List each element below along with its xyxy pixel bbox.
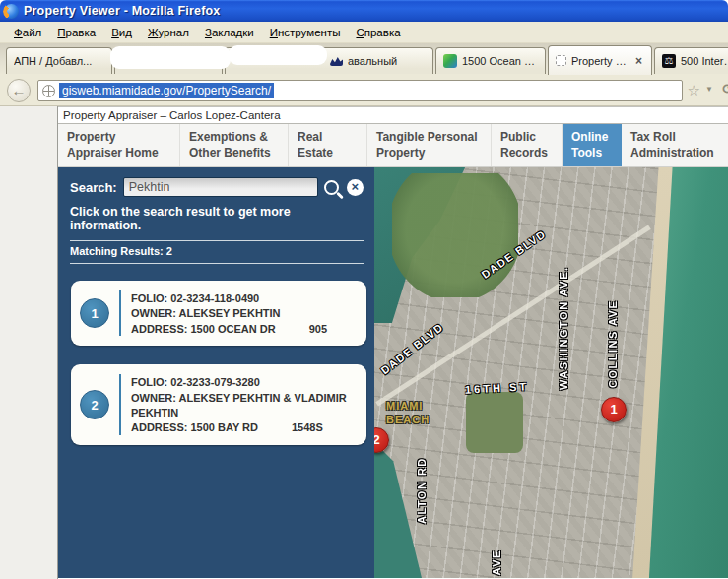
result-folio: FOLIO: 02-3234-118-0490 xyxy=(131,291,327,306)
search-label: Search: xyxy=(70,180,117,195)
url-dropdown-icon[interactable]: ▼ xyxy=(705,85,713,94)
tab-close-icon[interactable]: × xyxy=(633,54,644,68)
result-address: ADDRESS: 1500 BAY RD xyxy=(131,420,258,435)
search-icon[interactable] xyxy=(324,180,339,195)
tab-500-internal[interactable]: ⚖ 500 Interna... xyxy=(654,47,728,74)
firefox-icon xyxy=(4,4,19,19)
redaction-blob xyxy=(229,45,327,65)
window-titlebar: Property Viewer - Mozilla Firefox xyxy=(0,0,728,22)
result-folio: FOLIO: 02-3233-079-3280 xyxy=(131,375,359,390)
street-label-collins-ave: COLLINS AVE xyxy=(607,238,619,388)
street-label-alton-rd: ALTON RD xyxy=(416,425,428,524)
search-results-panel: Search: × Click on the search result to … xyxy=(58,167,374,578)
nav-online-tools[interactable]: Online Tools xyxy=(563,124,622,166)
card-divider xyxy=(119,290,121,336)
golf-course-green xyxy=(392,173,518,297)
result-owner: OWNER: ALEKSEY PEKHTIN xyxy=(131,306,327,321)
page-left-gutter xyxy=(0,106,57,579)
menu-bookmarks[interactable]: Закладки xyxy=(197,24,262,41)
tab-property-viewer[interactable]: Property Vi... × xyxy=(548,45,652,75)
nav-real-estate[interactable]: Real Estate xyxy=(289,124,367,166)
menu-view[interactable]: Вид xyxy=(103,24,140,41)
map-marker-1[interactable]: 1 xyxy=(601,397,627,422)
nav-exemptions[interactable]: Exemptions & Other Benefits xyxy=(180,124,289,166)
street-label-washington-ave: WASHINGTON AVE. xyxy=(558,225,569,390)
blank-page-icon xyxy=(556,55,566,66)
result-owner: OWNER: ALEKSEY PEKHTIN & VLADIMIR PEKHTI… xyxy=(131,391,359,421)
tab-strip: АПН / Добавл... авальный 1500 Ocean Dr..… xyxy=(0,43,728,75)
result-unit: 905 xyxy=(309,322,327,337)
tab-1500-ocean[interactable]: 1500 Ocean Dr... xyxy=(435,47,546,74)
scales-favicon: ⚖ xyxy=(662,54,676,68)
result-unit: 1548S xyxy=(292,420,323,435)
menu-history[interactable]: Журнал xyxy=(140,24,197,41)
site-favicon xyxy=(330,56,343,66)
clear-search-icon[interactable]: × xyxy=(347,179,364,196)
url-bar[interactable]: gisweb.miamidade.gov/PropertySearch/ xyxy=(37,80,683,101)
nav-tax-roll-administration[interactable]: Tax Roll Administration xyxy=(622,124,724,166)
bookmark-star-icon[interactable]: ☆ xyxy=(688,82,700,99)
redaction-blob xyxy=(110,46,231,69)
card-divider xyxy=(119,374,121,435)
street-label-meridian-ave: MERIDIAN AVE xyxy=(491,482,502,578)
menu-tools[interactable]: Инструменты xyxy=(262,24,349,41)
menu-file[interactable]: Файл xyxy=(6,24,49,41)
matching-results-count: Matching Results: 2 xyxy=(58,244,374,259)
globe-icon xyxy=(42,85,55,97)
result-card-2[interactable]: 2 FOLIO: 02-3233-079-3280 OWNER: ALEKSEY… xyxy=(71,364,366,445)
page-title: Property Appraiser – Carlos Lopez-Canter… xyxy=(58,106,728,124)
city-label-miami-beach: MIAMI BEACH xyxy=(386,400,437,427)
menu-edit[interactable]: Правка xyxy=(49,24,103,41)
satellite-map[interactable]: DADE BLVD DADE BLVD WASHINGTON AVE. COLL… xyxy=(374,167,728,578)
search-input[interactable] xyxy=(123,177,318,197)
result-card-1[interactable]: 1 FOLIO: 02-3234-118-0490 OWNER: ALEKSEY… xyxy=(71,281,366,346)
menu-help[interactable]: Справка xyxy=(348,24,408,41)
url-text[interactable]: gisweb.miamidade.gov/PropertySearch/ xyxy=(59,83,274,98)
result-address: ADDRESS: 1500 OCEAN DR xyxy=(131,322,276,337)
reload-icon[interactable]: ⟳ xyxy=(722,81,728,96)
swoosh-favicon xyxy=(443,54,457,68)
flamingo-park-green xyxy=(466,392,523,453)
result-number-badge: 1 xyxy=(80,298,109,328)
result-number-badge: 2 xyxy=(80,390,109,419)
back-button[interactable]: ← xyxy=(7,79,31,102)
browser-window: Property Viewer - Mozilla Firefox Файл П… xyxy=(0,0,728,579)
nav-property-appraiser-home[interactable]: Property Appraiser Home xyxy=(58,124,180,166)
window-title: Property Viewer - Mozilla Firefox xyxy=(24,4,220,18)
browser-navbar: ← gisweb.miamidade.gov/PropertySearch/ ☆… xyxy=(0,75,728,106)
nav-tangible-personal-property[interactable]: Tangible Personal Property xyxy=(367,124,492,166)
page-content: Property Appraiser – Carlos Lopez-Canter… xyxy=(57,106,728,579)
nav-public-records[interactable]: Public Records xyxy=(492,124,563,166)
instruction-text: Click on the search result to get more i… xyxy=(58,203,374,236)
site-navigation: Property Appraiser Home Exemptions & Oth… xyxy=(58,124,728,167)
menu-bar: Файл Правка Вид Журнал Закладки Инструме… xyxy=(0,22,728,43)
divider xyxy=(70,263,364,264)
tab-apn[interactable]: АПН / Добавл... xyxy=(6,47,112,74)
divider xyxy=(70,240,364,241)
